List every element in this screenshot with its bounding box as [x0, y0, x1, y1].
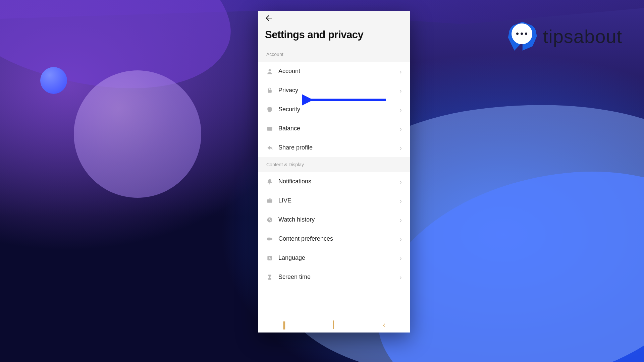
- settings-item-label: Privacy: [278, 87, 394, 94]
- chevron-right-icon: ›: [399, 274, 402, 281]
- person-icon: [266, 68, 273, 75]
- hourglass-icon: [266, 274, 273, 281]
- section-header-content-display: Content & Display: [258, 157, 410, 172]
- settings-item-account[interactable]: Account ›: [258, 62, 410, 81]
- chevron-right-icon: ›: [399, 144, 402, 151]
- back-arrow-icon[interactable]: [265, 14, 273, 23]
- settings-item-watch-history[interactable]: Watch history ›: [258, 210, 410, 229]
- settings-item-label: Account: [278, 68, 394, 75]
- page-title: Settings and privacy: [265, 29, 403, 41]
- settings-item-label: Notifications: [278, 178, 394, 185]
- settings-item-security[interactable]: Security ›: [258, 100, 410, 119]
- app-header: Settings and privacy: [258, 11, 410, 47]
- chevron-right-icon: ›: [399, 87, 402, 94]
- bell-icon: [266, 178, 273, 185]
- settings-item-label: Share profile: [278, 144, 394, 151]
- svg-rect-6: [267, 199, 272, 202]
- phone-screenshot: Settings and privacy Account Account › P…: [258, 11, 410, 333]
- chevron-right-icon: ›: [399, 125, 402, 132]
- ticket-icon: [266, 197, 273, 204]
- chevron-right-icon: ›: [399, 217, 402, 223]
- share-icon: [266, 144, 273, 151]
- svg-point-1: [269, 69, 271, 71]
- android-nav-bar: ||| ‹: [258, 317, 410, 333]
- language-icon: A: [266, 255, 273, 261]
- settings-item-label: Balance: [278, 125, 394, 132]
- chevron-right-icon: ›: [399, 106, 402, 113]
- svg-rect-8: [267, 237, 271, 240]
- settings-item-label: Content preferences: [278, 235, 394, 242]
- brand-logo: tipsabout: [508, 22, 622, 51]
- settings-item-notifications[interactable]: Notifications ›: [258, 172, 410, 191]
- shield-icon: [266, 106, 273, 113]
- clock-icon: [266, 217, 273, 223]
- chevron-right-icon: ›: [399, 178, 402, 185]
- brand-mark-icon: [508, 22, 537, 51]
- settings-item-balance[interactable]: Balance ›: [258, 119, 410, 138]
- wallet-icon: [266, 125, 273, 132]
- section-header-account: Account: [258, 47, 410, 62]
- android-home-button[interactable]: [333, 321, 334, 329]
- settings-item-content-preferences[interactable]: Content preferences ›: [258, 229, 410, 248]
- settings-item-privacy[interactable]: Privacy ›: [258, 81, 410, 100]
- svg-rect-2: [268, 90, 272, 93]
- settings-item-live[interactable]: LIVE ›: [258, 191, 410, 210]
- settings-item-label: Language: [278, 254, 394, 261]
- settings-item-screen-time[interactable]: Screen time ›: [258, 267, 410, 287]
- svg-text:A: A: [269, 256, 271, 260]
- settings-item-label: Screen time: [278, 274, 394, 281]
- chevron-right-icon: ›: [399, 236, 402, 242]
- svg-point-5: [269, 183, 270, 184]
- brand-name: tipsabout: [543, 25, 622, 47]
- settings-item-label: Security: [278, 106, 394, 113]
- chevron-right-icon: ›: [399, 68, 402, 75]
- lock-icon: [266, 87, 273, 94]
- chevron-right-icon: ›: [399, 255, 402, 261]
- video-icon: [266, 236, 273, 242]
- android-back-button[interactable]: ‹: [383, 320, 385, 330]
- chevron-right-icon: ›: [399, 197, 402, 204]
- settings-item-share-profile[interactable]: Share profile ›: [258, 138, 410, 157]
- settings-item-label: Watch history: [278, 216, 394, 223]
- settings-item-language[interactable]: A Language ›: [258, 248, 410, 267]
- settings-item-label: LIVE: [278, 197, 394, 204]
- android-recents-button[interactable]: |||: [282, 320, 284, 330]
- svg-rect-4: [267, 127, 272, 128]
